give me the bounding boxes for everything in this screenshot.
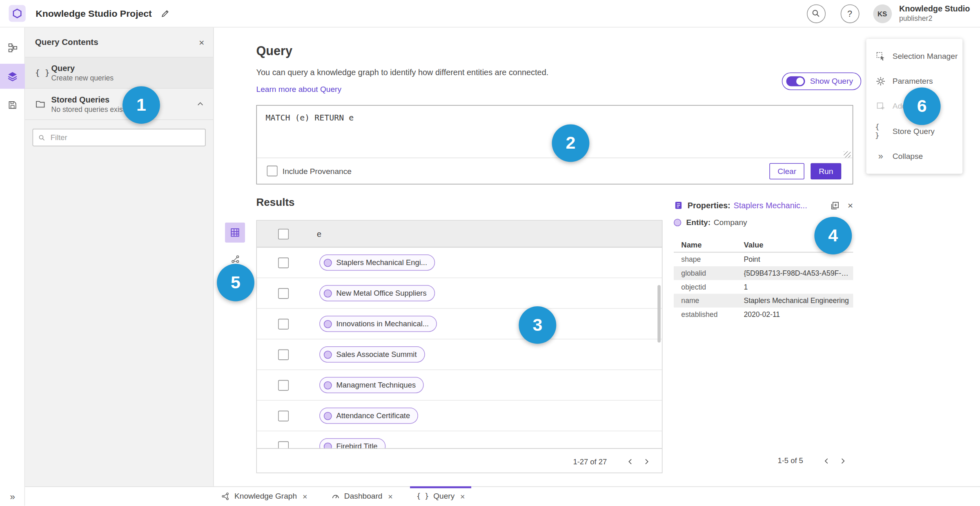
entity-chip[interactable]: New Metal Office Suppliers (319, 285, 434, 301)
results-next-page-button[interactable] (638, 453, 655, 470)
selection-manager-item[interactable]: Selection Manager (866, 44, 962, 69)
query-description: You can query a knowledge graph to ident… (256, 67, 549, 77)
entity-chip-label: Innovations in Mechanical... (336, 319, 429, 328)
column-header-value: Value (744, 241, 763, 249)
entity-chip[interactable]: Managment Techniques (319, 377, 424, 393)
tab-knowledge-graph[interactable]: Knowledge Graph × (218, 487, 311, 506)
row-checkbox[interactable] (278, 257, 288, 268)
entity-dot-icon (324, 289, 332, 297)
include-provenance-label: Include Provenance (283, 167, 352, 175)
sidebar-item-stored-queries[interactable]: Stored Queries No stored queries exist (25, 89, 213, 120)
hierarchy-icon (7, 42, 18, 53)
property-value: Staplers Mechanical Engineering (744, 297, 853, 304)
stored-queries-sublabel: No stored queries exist (51, 106, 125, 113)
property-name: established (674, 311, 744, 318)
sidebar-item-query[interactable]: { } Query Create new queries (25, 58, 213, 89)
properties-prev-page-button[interactable] (818, 453, 835, 469)
results-table: e Staplers Mechanical Engi... New Metal … (256, 220, 663, 473)
chevron-left-icon (626, 457, 634, 466)
rail-layers-button[interactable] (0, 64, 25, 89)
entity-dot-icon (324, 412, 332, 420)
entity-chip-label: Firebird Title (336, 442, 377, 448)
entity-chip-label: Sales Associate Summit (336, 350, 416, 359)
close-properties-button[interactable]: × (848, 200, 853, 211)
link-chart-icon (230, 254, 240, 263)
include-provenance-checkbox[interactable] (267, 166, 278, 176)
entity-chip[interactable]: Sales Associate Summit (319, 346, 425, 363)
edit-title-button[interactable] (158, 6, 172, 20)
expand-rail-button[interactable]: » (0, 491, 25, 502)
folder-icon (35, 99, 51, 109)
property-name: shape (674, 256, 744, 263)
help-button[interactable]: ? (840, 4, 859, 23)
row-checkbox[interactable] (278, 288, 288, 299)
table-row: New Metal Office Suppliers (257, 278, 662, 309)
property-value: 1 (744, 283, 751, 290)
show-query-label: Show Query (810, 77, 853, 85)
close-tab-icon[interactable]: × (460, 492, 465, 501)
row-checkbox[interactable] (278, 441, 288, 448)
results-prev-page-button[interactable] (622, 453, 638, 470)
close-panel-button[interactable]: × (199, 37, 204, 47)
tab-query[interactable]: { } Query × (413, 487, 469, 506)
search-icon (38, 134, 45, 142)
knowledge-graph-icon (221, 492, 230, 501)
add-to-map-icon (875, 101, 886, 111)
table-view-button[interactable] (225, 223, 245, 243)
tab-dashboard[interactable]: Dashboard × (327, 487, 397, 506)
tab-label: Dashboard (344, 492, 383, 501)
filter-input[interactable] (49, 132, 200, 142)
row-checkbox[interactable] (278, 380, 288, 390)
properties-entity-link[interactable]: Staplers Mechanic... (733, 201, 807, 210)
properties-next-page-button[interactable] (834, 453, 851, 469)
query-code-input[interactable]: MATCH (e) RETURN e (266, 113, 354, 123)
properties-actions: × (830, 200, 853, 211)
clear-button[interactable]: Clear (769, 163, 804, 179)
layers-icon (7, 71, 18, 82)
entity-chip[interactable]: Innovations in Mechanical... (319, 316, 437, 332)
dashboard-icon (331, 492, 340, 501)
selection-manager-label: Selection Manager (893, 52, 958, 60)
account-username: publisher2 (899, 14, 970, 23)
close-tab-icon[interactable]: × (388, 492, 393, 501)
collapse-section-button[interactable] (196, 100, 205, 108)
table-row: Sales Associate Summit (257, 339, 662, 370)
learn-more-link[interactable]: Learn more about Query (256, 85, 341, 94)
property-name: globalid (674, 270, 744, 277)
row-checkbox[interactable] (278, 410, 288, 421)
results-scrollbar[interactable] (657, 285, 661, 343)
run-button[interactable]: Run (811, 163, 841, 179)
top-bar-right: ? KS Knowledge Studio publisher2 (792, 4, 970, 23)
select-all-checkbox[interactable] (278, 228, 288, 239)
property-row: objectid 1 (674, 280, 853, 294)
braces-icon: { } (416, 492, 429, 500)
rail-hierarchy-button[interactable] (0, 35, 25, 60)
annotation-badge-2: 2 (552, 125, 590, 162)
entity-chip[interactable]: Attendance Certificate (319, 408, 418, 424)
tab-label: Knowledge Graph (234, 492, 297, 501)
chevron-left-icon (822, 457, 831, 465)
close-tab-icon[interactable]: × (303, 492, 307, 501)
collapse-label: Collapse (893, 152, 923, 160)
entity-chip[interactable]: Firebird Title (319, 438, 385, 448)
entity-chip-label: Staplers Mechanical Engi... (336, 258, 427, 267)
row-checkbox[interactable] (278, 349, 288, 360)
parameters-label: Parameters (893, 77, 933, 85)
entity-chip[interactable]: Staplers Mechanical Engi... (319, 254, 435, 271)
rail-save-button[interactable] (0, 93, 25, 118)
entity-dot-icon (674, 219, 681, 226)
add-to-selection-icon[interactable] (830, 201, 840, 210)
query-heading: Query (256, 44, 292, 58)
table-row: Staplers Mechanical Engi... (257, 247, 662, 278)
row-checkbox[interactable] (278, 319, 288, 329)
avatar[interactable]: KS (873, 4, 892, 23)
table-row: Innovations in Mechanical... (257, 309, 662, 339)
account-name: Knowledge Studio (899, 4, 970, 14)
entity-value: Company (714, 218, 747, 227)
annotation-badge-4: 4 (814, 217, 852, 254)
show-query-toggle[interactable]: Show Query (782, 73, 861, 90)
table-row: Firebird Title (257, 431, 662, 448)
panel-header: Query Contents × (25, 27, 213, 57)
collapse-menu-item[interactable]: » Collapse (866, 144, 962, 169)
search-button[interactable] (806, 4, 825, 23)
